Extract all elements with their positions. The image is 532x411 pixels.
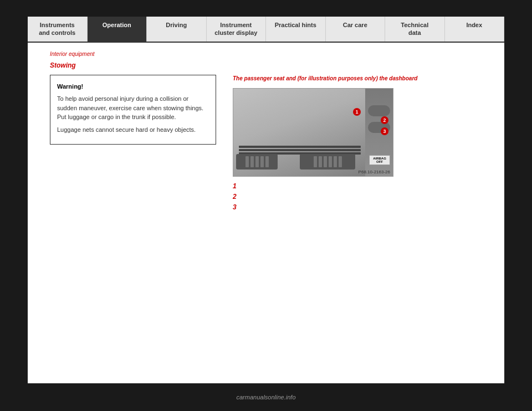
list-item-3: 3: [233, 203, 482, 211]
warning-box: Warning! To help avoid personal injury d…: [50, 75, 216, 145]
breadcrumb: Interior equipment: [50, 51, 482, 57]
list-num-2: 2: [233, 193, 243, 201]
side-panel: AIRBAGOFF: [365, 89, 393, 176]
badge-number-3: 3: [381, 127, 388, 135]
tab-practical-hints[interactable]: Practical hints: [266, 17, 326, 42]
badge-number-1: 1: [353, 108, 361, 116]
list-num-1: 1: [233, 182, 243, 190]
list-num-3: 3: [233, 203, 243, 211]
warning-text-2: Luggage nets cannot secure hard or heavy…: [57, 125, 209, 135]
list-item-1: 1: [233, 182, 482, 190]
content-area: Interior equipment Stowing Warning! To h…: [28, 43, 504, 222]
right-column: The passenger seat and (for illustration…: [233, 75, 482, 214]
car-interior-image: AIRBAGOFF: [233, 88, 393, 177]
left-vent: [236, 154, 278, 169]
list-item-2: 2: [233, 193, 482, 201]
vent-slot-1: [239, 146, 361, 148]
tab-driving[interactable]: Driving: [147, 17, 207, 42]
tab-instrument-cluster[interactable]: Instrument cluster display: [207, 17, 267, 42]
warning-title: Warning!: [57, 82, 209, 91]
footer-text: carmanualsonline.info: [236, 394, 295, 400]
tab-instruments[interactable]: Instruments and controls: [28, 17, 88, 42]
section-title: Stowing: [50, 61, 482, 69]
center-vent: [300, 154, 355, 169]
right-section-title: The passenger seat and (for illustration…: [233, 75, 482, 83]
badge-number-2: 2: [381, 116, 388, 124]
navigation-tabs: Instruments and controls Operation Drivi…: [28, 17, 504, 43]
footer: carmanualsonline.info: [0, 383, 532, 411]
warning-text-1: To help avoid personal injury during a c…: [57, 94, 209, 122]
left-column: Warning! To help avoid personal injury d…: [50, 75, 216, 214]
numbered-list: 1 2 3: [233, 182, 482, 211]
vent-slot-2: [239, 149, 361, 151]
tab-operation[interactable]: Operation: [88, 17, 147, 42]
tab-car-care[interactable]: Car care: [326, 17, 386, 42]
tab-technical-data[interactable]: Technical data: [385, 17, 445, 42]
tab-index[interactable]: Index: [445, 17, 505, 42]
image-caption: P68.10-2163-26: [359, 169, 390, 174]
two-column-layout: Warning! To help avoid personal injury d…: [50, 75, 482, 214]
airbag-label: AIRBAGOFF: [369, 155, 390, 165]
